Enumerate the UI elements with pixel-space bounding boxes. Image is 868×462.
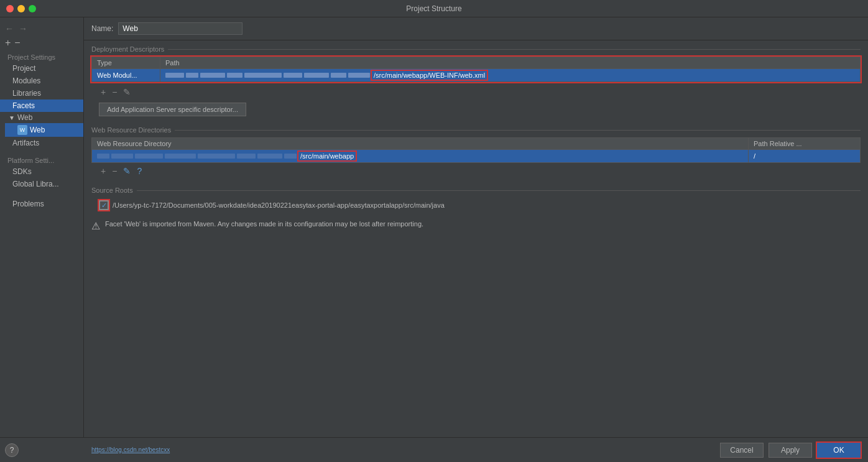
blur-block [165,73,184,78]
expand-arrow-icon: ▼ [9,114,15,121]
maximize-button[interactable] [29,5,36,12]
blur-block [331,73,346,78]
blur-block [348,73,370,78]
cell-path: /src/main/webapp/WEB-INF/web.xml [160,69,861,82]
blur-block [165,154,196,159]
apply-button[interactable]: Apply [769,443,812,458]
deployment-toolbar: + − ✎ [91,84,861,100]
deployment-descriptors-table-wrapper: Type Path Web Modul. [91,57,861,82]
add-resource-dir-button[interactable]: + [99,165,108,177]
facets-tree: ▼ Web W Web [0,112,83,137]
sidebar-item-sdks[interactable]: SDKs [0,165,83,178]
blur-block [244,73,282,78]
web-resource-directories-table: Web Resource Directory Path Relative ... [91,137,861,163]
sidebar-item-facets[interactable]: Facets [0,99,83,112]
remove-resource-dir-button[interactable]: − [110,165,119,177]
deployment-descriptors-table: Type Path Web Modul. [91,57,861,82]
blur-block [284,154,297,159]
sidebar-item-project[interactable]: Project [0,62,83,75]
source-roots-section: Source Roots ✓ /Users/yp-tc-7172/Documen… [84,182,868,215]
blur-block [284,73,302,78]
add-app-server-descriptor-button[interactable]: Add Application Server specific descript… [99,103,246,116]
web-resource-directories-title: Web Resource Directories [91,126,861,134]
blur-block [198,154,235,159]
add-item-button[interactable]: + [5,37,11,49]
help-resource-dir-button[interactable]: ? [135,165,144,177]
window-controls[interactable] [6,5,36,12]
close-button[interactable] [6,5,14,12]
warning-icon: ⚠ [91,220,100,232]
nav-back[interactable]: ← [5,24,14,34]
sidebar-item-artifacts[interactable]: Artifacts [0,137,83,149]
nav-arrows: ← → [0,21,83,36]
bottom-bar: https://blog.csdn.net/bestcxx Cancel App… [0,437,868,462]
sidebar-item-libraries[interactable]: Libraries [0,87,83,99]
source-root-row: ✓ /Users/yp-tc-7172/Documents/005-workda… [91,198,861,213]
deployment-descriptors-section: Deployment Descriptors Type [84,40,868,121]
warning-text: Facet 'Web' is imported from Maven. Any … [105,220,423,228]
web-tree-item[interactable]: W Web [5,123,83,137]
sidebar: ← → + − Project Settings Project Modules… [0,17,84,462]
sidebar-toolbar: + − [0,36,83,51]
resource-dir-toolbar: + − ✎ ? [91,163,861,179]
col-web-resource-dir: Web Resource Directory [92,138,749,150]
platform-settings-section: Platform Setti... [0,154,83,165]
col-path: Path [160,57,861,69]
webapp-path-value: /src/main/webapp [298,152,356,160]
help-button[interactable]: ? [5,443,19,457]
deployment-descriptors-title: Deployment Descriptors [91,45,861,53]
resource-dir-cell: /src/main/webapp [92,150,749,163]
blur-block [200,73,225,78]
url-text[interactable]: https://blog.csdn.net/bestcxx [91,446,170,453]
name-row: Name: [84,17,868,40]
col-path-relative: Path Relative ... [749,138,861,150]
warning-row: ⚠ Facet 'Web' is imported from Maven. An… [84,215,868,237]
project-settings-section: Project Settings [0,51,83,62]
name-input[interactable] [118,22,242,35]
blur-block [227,73,242,78]
web-group-header[interactable]: ▼ Web [5,112,83,123]
content-scroll: Name: Deployment Descriptors [84,17,868,437]
remove-descriptor-button[interactable]: − [110,86,119,98]
sidebar-item-modules[interactable]: Modules [0,75,83,87]
ok-button[interactable]: OK [817,443,861,458]
blur-block [111,154,133,159]
nav-forward[interactable]: → [19,24,27,34]
blur-block [304,73,329,78]
col-type: Type [92,57,160,69]
blur-block [257,154,282,159]
edit-resource-dir-button[interactable]: ✎ [121,165,132,177]
descriptor-path-value: /src/main/webapp/WEB-INF/web.xml [372,71,487,80]
edit-descriptor-button[interactable]: ✎ [121,86,132,98]
blur-block [237,154,256,159]
web-item-icon: W [17,125,27,135]
source-root-checkbox[interactable]: ✓ [99,200,109,210]
table-row[interactable]: Web Modul... [92,69,861,82]
web-resource-directories-section: Web Resource Directories Web Resource Di… [84,121,868,182]
add-descriptor-button[interactable]: + [99,86,108,98]
resource-dir-row[interactable]: /src/main/webapp / [92,150,861,163]
cell-type: Web Modul... [92,69,160,82]
check-icon: ✓ [101,201,107,210]
window-title: Project Structure [406,4,461,13]
sidebar-item-global-libs[interactable]: Global Libra... [0,178,83,190]
remove-item-button[interactable]: − [14,37,20,49]
path-relative-cell: / [749,150,861,163]
name-label: Name: [91,24,113,33]
minimize-button[interactable] [17,5,25,12]
blur-block [97,154,109,159]
blur-block [135,154,163,159]
content-area: Name: Deployment Descriptors [84,17,868,462]
bottom-info: https://blog.csdn.net/bestcxx [84,437,769,462]
source-roots-title: Source Roots [91,187,861,194]
title-bar: Project Structure [0,0,868,17]
sidebar-item-problems[interactable]: Problems [0,198,83,210]
source-root-path: /Users/yp-tc-7172/Documents/005-workdate… [113,201,445,209]
blur-block [186,73,198,78]
